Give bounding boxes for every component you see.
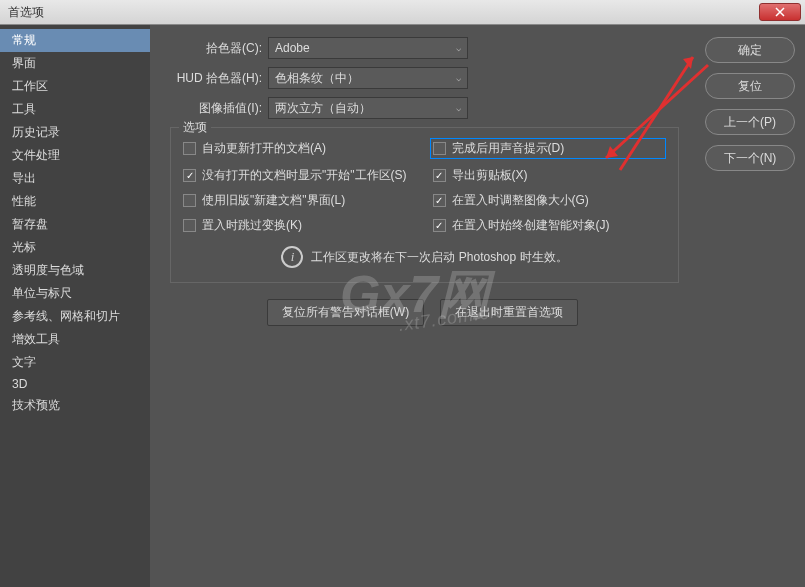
sidebar-item-preview[interactable]: 技术预览 <box>0 394 150 417</box>
window-title: 首选项 <box>4 4 44 21</box>
interp-row: 图像插值(I): 两次立方（自动） ⌵ <box>158 97 687 119</box>
main-panel: 拾色器(C): Adobe ⌵ HUD 拾色器(H): 色相条纹（中） ⌵ 图像… <box>150 25 695 587</box>
checkbox-smart-object[interactable]: 在置入时始终创建智能对象(J) <box>433 217 667 234</box>
sidebar-item-export[interactable]: 导出 <box>0 167 150 190</box>
sidebar-item-performance[interactable]: 性能 <box>0 190 150 213</box>
checkbox-beep[interactable]: 完成后用声音提示(D) <box>430 138 667 159</box>
checkbox-icon <box>183 194 196 207</box>
interp-value: 两次立方（自动） <box>275 100 371 117</box>
sidebar-item-transparency[interactable]: 透明度与色域 <box>0 259 150 282</box>
sidebar-item-tools[interactable]: 工具 <box>0 98 150 121</box>
sidebar-item-interface[interactable]: 界面 <box>0 52 150 75</box>
checkbox-resize-place[interactable]: 在置入时调整图像大小(G) <box>433 192 667 209</box>
reset-on-quit-button[interactable]: 在退出时重置首选项 <box>440 299 578 326</box>
sidebar-item-cursors[interactable]: 光标 <box>0 236 150 259</box>
checkbox-icon <box>433 219 446 232</box>
titlebar: 首选项 <box>0 0 805 25</box>
checkbox-icon <box>433 142 446 155</box>
options-grid: 自动更新打开的文档(A) 完成后用声音提示(D) 没有打开的文档时显示"开始"工… <box>183 138 666 234</box>
checkbox-label: 自动更新打开的文档(A) <box>202 140 326 157</box>
info-icon: i <box>281 246 303 268</box>
checkbox-icon <box>183 169 196 182</box>
close-icon <box>775 7 785 17</box>
picker-label: 拾色器(C): <box>158 40 268 57</box>
checkbox-label: 导出剪贴板(X) <box>452 167 528 184</box>
sidebar-item-scratch[interactable]: 暂存盘 <box>0 213 150 236</box>
chevron-down-icon: ⌵ <box>456 103 461 113</box>
checkbox-skip-transform[interactable]: 置入时跳过变换(K) <box>183 217 417 234</box>
sidebar-item-type[interactable]: 文字 <box>0 351 150 374</box>
right-panel: 确定 复位 上一个(P) 下一个(N) <box>695 25 805 587</box>
content: 常规 界面 工作区 工具 历史记录 文件处理 导出 性能 暂存盘 光标 透明度与… <box>0 25 805 587</box>
bottom-buttons: 复位所有警告对话框(W) 在退出时重置首选项 <box>158 299 687 326</box>
sidebar-item-3d[interactable]: 3D <box>0 374 150 394</box>
checkbox-icon <box>433 194 446 207</box>
picker-dropdown[interactable]: Adobe ⌵ <box>268 37 468 59</box>
checkbox-label: 在置入时始终创建智能对象(J) <box>452 217 610 234</box>
close-button[interactable] <box>759 3 801 21</box>
options-fieldset: 选项 自动更新打开的文档(A) 完成后用声音提示(D) 没有打开的文档时显示"开… <box>170 127 679 283</box>
sidebar-item-history[interactable]: 历史记录 <box>0 121 150 144</box>
picker-row: 拾色器(C): Adobe ⌵ <box>158 37 687 59</box>
ok-button[interactable]: 确定 <box>705 37 795 63</box>
interp-dropdown[interactable]: 两次立方（自动） ⌵ <box>268 97 468 119</box>
info-text: 工作区更改将在下一次启动 Photoshop 时生效。 <box>311 249 567 266</box>
prev-button[interactable]: 上一个(P) <box>705 109 795 135</box>
fieldset-legend: 选项 <box>179 119 211 136</box>
checkbox-show-start[interactable]: 没有打开的文档时显示"开始"工作区(S) <box>183 167 417 184</box>
checkbox-label: 置入时跳过变换(K) <box>202 217 302 234</box>
checkbox-label: 完成后用声音提示(D) <box>452 140 565 157</box>
picker-value: Adobe <box>275 41 310 55</box>
checkbox-label: 没有打开的文档时显示"开始"工作区(S) <box>202 167 407 184</box>
hud-row: HUD 拾色器(H): 色相条纹（中） ⌵ <box>158 67 687 89</box>
checkbox-label: 使用旧版"新建文档"界面(L) <box>202 192 345 209</box>
sidebar-item-workspace[interactable]: 工作区 <box>0 75 150 98</box>
sidebar-item-general[interactable]: 常规 <box>0 29 150 52</box>
interp-label: 图像插值(I): <box>158 100 268 117</box>
reset-warnings-button[interactable]: 复位所有警告对话框(W) <box>267 299 424 326</box>
sidebar-item-guides[interactable]: 参考线、网格和切片 <box>0 305 150 328</box>
checkbox-export-clipboard[interactable]: 导出剪贴板(X) <box>433 167 667 184</box>
checkbox-icon <box>433 169 446 182</box>
info-row: i 工作区更改将在下一次启动 Photoshop 时生效。 <box>183 246 666 268</box>
sidebar-item-plugins[interactable]: 增效工具 <box>0 328 150 351</box>
checkbox-legacy-new[interactable]: 使用旧版"新建文档"界面(L) <box>183 192 417 209</box>
checkbox-label: 在置入时调整图像大小(G) <box>452 192 589 209</box>
checkbox-icon <box>183 142 196 155</box>
checkbox-icon <box>183 219 196 232</box>
next-button[interactable]: 下一个(N) <box>705 145 795 171</box>
hud-label: HUD 拾色器(H): <box>158 70 268 87</box>
sidebar-item-filehandling[interactable]: 文件处理 <box>0 144 150 167</box>
checkbox-auto-update[interactable]: 自动更新打开的文档(A) <box>183 138 417 159</box>
hud-dropdown[interactable]: 色相条纹（中） ⌵ <box>268 67 468 89</box>
chevron-down-icon: ⌵ <box>456 43 461 53</box>
sidebar: 常规 界面 工作区 工具 历史记录 文件处理 导出 性能 暂存盘 光标 透明度与… <box>0 25 150 587</box>
chevron-down-icon: ⌵ <box>456 73 461 83</box>
reset-button[interactable]: 复位 <box>705 73 795 99</box>
sidebar-item-units[interactable]: 单位与标尺 <box>0 282 150 305</box>
hud-value: 色相条纹（中） <box>275 70 359 87</box>
